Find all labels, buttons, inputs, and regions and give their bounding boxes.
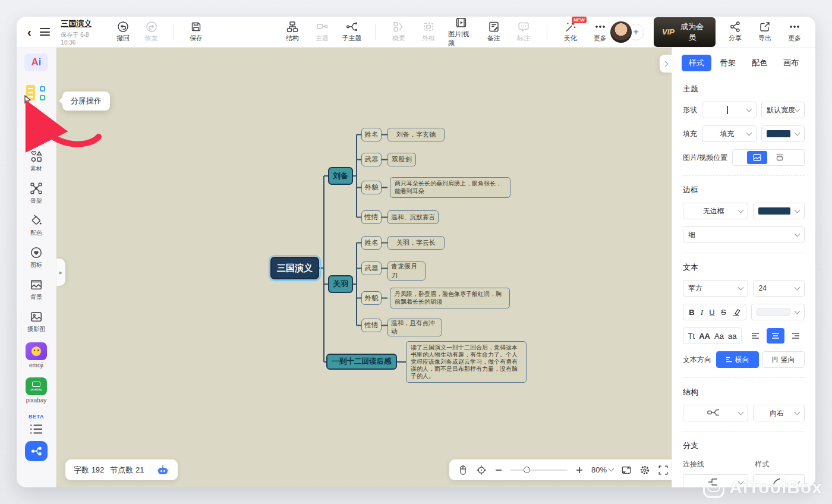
strikethrough-button[interactable]: S <box>721 308 726 316</box>
direction-vertical-button[interactable]: 竖向 <box>762 351 805 368</box>
bold-button[interactable]: B <box>689 308 694 316</box>
sidebar-item-icons[interactable]: 图标 <box>30 246 43 269</box>
export-button[interactable]: 导出 <box>755 21 775 43</box>
fit-screen-icon[interactable] <box>621 465 632 475</box>
more-options-button[interactable]: 更多 <box>784 21 805 43</box>
mindmap-node[interactable]: 刘备，字玄德 <box>387 128 445 141</box>
structure-direction-select[interactable]: 向右 <box>753 405 805 421</box>
mindmap-node[interactable]: 温和，且有点冲动 <box>387 319 442 336</box>
mindmap-node[interactable]: 两只耳朵长长的垂到肩膀上，眼角很长，能看到耳朵 <box>390 177 510 198</box>
tab-style[interactable]: 样式 <box>682 55 711 71</box>
tab-skeleton[interactable]: 骨架 <box>713 55 743 71</box>
sidebar-item-outline[interactable] <box>29 423 43 435</box>
locate-center-icon[interactable] <box>476 465 487 475</box>
structure-type-select[interactable] <box>683 405 748 421</box>
mindmap-node[interactable]: 外貌 <box>361 291 382 305</box>
mindmap-node[interactable]: 姓名 <box>361 236 382 250</box>
fullscreen-icon[interactable] <box>658 465 669 475</box>
document-title[interactable]: 三国演义 <box>61 18 105 29</box>
mindmap-node[interactable]: 青龙偃月刀 <box>387 262 426 281</box>
mindmap-node[interactable]: 读了三国演义一到十二回合后，觉得这本书里的人物生动有趣，有生命力了。个人觉得应该… <box>406 341 527 383</box>
mindmap-branch-node[interactable]: 关羽 <box>328 275 353 293</box>
vip-button[interactable]: VIP成为会员 <box>654 17 716 47</box>
sidebar-item-assets[interactable]: 素材 <box>30 150 43 173</box>
tool-callout[interactable]: 标注 <box>513 21 534 43</box>
sidebar-expand-handle[interactable]: ▸ <box>56 259 65 286</box>
mindmap-node[interactable]: 武器 <box>361 262 382 275</box>
border-color-select[interactable] <box>753 203 805 219</box>
sidebar-item-skeleton[interactable]: 骨架 <box>30 182 43 205</box>
mindmap-node[interactable]: 姓名 <box>361 128 382 141</box>
tool-beautify[interactable]: NEW 美化 <box>560 21 581 43</box>
tool-subtopic[interactable]: 子主题 <box>342 21 362 43</box>
zoom-level-select[interactable]: 80% <box>591 465 613 474</box>
sidebar-item-ai[interactable]: Ai <box>24 53 48 71</box>
mindmap-node[interactable]: 武器 <box>361 153 382 166</box>
mindmap-node[interactable]: 性情 <box>361 319 382 332</box>
save-button[interactable]: 保存 <box>186 21 206 43</box>
menu-icon[interactable] <box>40 28 51 36</box>
mindmap-node[interactable]: 性情 <box>361 210 382 224</box>
tool-summary[interactable]: 概要 <box>389 21 409 43</box>
sidebar-item-emoji[interactable]: emoji <box>26 342 47 368</box>
tool-note[interactable]: 备注 <box>484 21 504 43</box>
assistant-robot-icon[interactable] <box>156 464 169 476</box>
undo-button[interactable]: 撤回 <box>113 21 133 43</box>
zoom-slider-knob[interactable] <box>524 467 530 473</box>
zoom-out-icon[interactable] <box>494 466 503 474</box>
mindmap-node[interactable]: 关羽，字云长 <box>387 236 445 250</box>
tool-topic[interactable]: 主题 <box>312 21 332 43</box>
zoom-in-icon[interactable] <box>575 466 584 474</box>
mouse-mode-icon[interactable] <box>458 465 468 475</box>
sidebar-item-photos[interactable]: 摄影图 <box>27 310 45 333</box>
align-center-button[interactable] <box>767 328 784 344</box>
mindmap-root-node[interactable]: 三国演义 <box>270 257 319 279</box>
shape-select[interactable] <box>702 102 757 118</box>
sidebar-item-pixabay[interactable]: pixabay pixabay <box>26 377 47 404</box>
media-position-top-button[interactable] <box>770 151 790 164</box>
case-upper-button[interactable]: AA <box>699 332 710 340</box>
direction-horizontal-button[interactable]: 横向 <box>716 351 759 368</box>
mindmap-canvas[interactable]: ▸ 三国演义 刘备 姓名 刘备，字玄德 武器 双股剑 外貌 两只耳朵长长的垂到肩… <box>56 48 672 487</box>
font-family-select[interactable]: 苹方 <box>683 280 748 297</box>
fill-color-select[interactable] <box>761 125 805 142</box>
mindmap-branch-node[interactable]: 刘备 <box>328 167 353 185</box>
sidebar-item-background[interactable]: 背景 <box>30 278 43 301</box>
avatar[interactable] <box>610 21 632 43</box>
node-width-select[interactable]: 默认宽度 <box>761 102 805 118</box>
panel-collapse-button[interactable] <box>660 55 672 73</box>
font-size-select[interactable]: 24 <box>753 280 805 297</box>
align-left-button[interactable] <box>746 328 764 344</box>
case-title-button[interactable]: Aa <box>714 332 724 340</box>
tab-canvas[interactable]: 画布 <box>776 55 806 71</box>
sidebar-item-colorscheme[interactable]: 配色 <box>30 214 43 237</box>
back-button[interactable]: ‹ <box>27 26 31 38</box>
document-title-block[interactable]: 三国演义 保存于 6-8 10:36 <box>61 18 105 46</box>
zoom-slider[interactable] <box>510 470 568 471</box>
mindmap-node[interactable]: 丹凤眼，卧蚕眉，脸色像枣子般红润，胸前飘着长长的胡须 <box>390 288 510 308</box>
font-color-select[interactable] <box>751 304 805 320</box>
case-tt-button[interactable]: Tt <box>688 332 695 340</box>
tool-media[interactable]: 图片|视频 <box>448 17 474 48</box>
tab-colorscheme[interactable]: 配色 <box>745 55 774 71</box>
tool-more[interactable]: 更多 <box>590 21 610 43</box>
italic-button[interactable]: I <box>701 308 703 316</box>
sidebar-item-templates[interactable]: 模板 <box>30 118 43 141</box>
sidebar-item-mindmap-mode[interactable] <box>25 441 48 461</box>
tool-frame[interactable]: 外框 <box>418 21 439 43</box>
mindmap-node[interactable]: 双股剑 <box>387 153 416 166</box>
redo-button[interactable]: 恢复 <box>141 21 162 43</box>
tool-structure[interactable]: 结构 <box>282 21 302 43</box>
media-position-inside-button[interactable] <box>747 151 767 164</box>
share-button[interactable]: 分享 <box>725 21 745 43</box>
border-weight-select[interactable]: 细 <box>683 226 805 243</box>
mindmap-node[interactable]: 温和、沉默寡言 <box>387 210 439 224</box>
fill-mode-select[interactable]: 填充 <box>702 125 757 142</box>
case-lower-button[interactable]: aa <box>728 332 736 340</box>
clear-format-icon[interactable] <box>732 308 740 316</box>
underline-button[interactable]: U <box>709 308 714 316</box>
mindmap-branch-node[interactable]: 一到十二回读后感 <box>326 354 397 370</box>
sidebar-item-splitscreen[interactable] <box>25 84 48 102</box>
mindmap-node[interactable]: 外貌 <box>361 181 382 194</box>
align-right-button[interactable] <box>787 328 805 344</box>
